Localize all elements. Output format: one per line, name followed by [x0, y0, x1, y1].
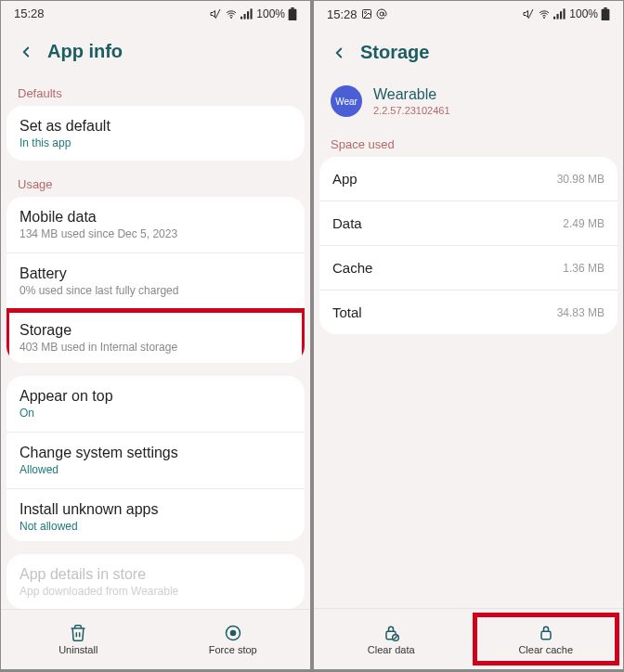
- mute-icon: [522, 8, 535, 19]
- svg-rect-5: [251, 8, 253, 19]
- storage-row[interactable]: Storage 403 MB used in Internal storage: [6, 310, 305, 363]
- other-card: Appear on top On Change system settings …: [6, 376, 305, 542]
- svg-rect-18: [564, 8, 566, 19]
- space-cache-label: Cache: [332, 260, 372, 276]
- svg-line-13: [528, 9, 533, 19]
- appear-on-top-sub: On: [20, 407, 292, 420]
- battery-icon: [601, 7, 610, 20]
- svg-rect-17: [560, 11, 562, 19]
- clock: 15:28: [14, 6, 45, 20]
- section-usage-label: Usage: [1, 174, 310, 197]
- svg-rect-7: [289, 8, 297, 19]
- left-phone-screen: 15:28 100% App info Defaults Set as defa…: [0, 0, 311, 670]
- clear-cache-label: Clear cache: [518, 644, 573, 655]
- svg-rect-20: [602, 9, 610, 20]
- space-app-val: 30.98 MB: [557, 173, 604, 186]
- storage-title: Storage: [20, 322, 292, 339]
- set-default-sub: In this app: [20, 136, 292, 149]
- clear-data-button[interactable]: Clear data: [314, 609, 469, 669]
- svg-point-11: [364, 12, 366, 14]
- battery-title: Battery: [20, 265, 292, 282]
- space-app-label: App: [332, 171, 358, 187]
- signal-icon: [240, 8, 254, 19]
- right-phone-screen: 15:28 100% St: [313, 0, 624, 670]
- screenshot-icon: [361, 8, 372, 19]
- bottom-bar: Clear data Clear cache: [314, 608, 623, 669]
- install-unknown-title: Install unknown apps: [20, 501, 292, 518]
- status-icons: 100%: [209, 7, 297, 20]
- svg-rect-16: [557, 14, 559, 19]
- space-card: App 30.98 MB Data 2.49 MB Cache 1.36 MB …: [319, 157, 618, 334]
- svg-line-0: [215, 9, 220, 19]
- clear-cache-icon: [537, 624, 555, 642]
- space-total-label: Total: [332, 304, 362, 320]
- space-cache-row: Cache 1.36 MB: [319, 246, 618, 291]
- page-header: Storage: [314, 27, 623, 84]
- svg-rect-4: [247, 11, 249, 19]
- appear-on-top-row[interactable]: Appear on top On: [6, 376, 305, 433]
- status-icons: 100%: [522, 7, 610, 20]
- mobile-data-row[interactable]: Mobile data 134 MB used since Dec 5, 202…: [6, 197, 305, 253]
- space-cache-val: 1.36 MB: [563, 262, 604, 275]
- back-icon[interactable]: [331, 45, 347, 61]
- store-sub: App downloaded from Wearable: [20, 585, 292, 598]
- install-unknown-row[interactable]: Install unknown apps Not allowed: [6, 489, 305, 542]
- space-data-val: 2.49 MB: [563, 217, 604, 230]
- battery-percent: 100%: [256, 7, 285, 20]
- uninstall-label: Uninstall: [58, 644, 98, 655]
- battery-sub: 0% used since last fully charged: [20, 284, 292, 297]
- stop-icon: [224, 624, 242, 642]
- svg-point-9: [230, 631, 235, 636]
- set-default-row[interactable]: Set as default In this app: [6, 106, 305, 161]
- force-stop-label: Force stop: [209, 644, 257, 655]
- clock: 15:28: [327, 7, 358, 21]
- app-info: Wearable 2.2.57.23102461: [373, 86, 450, 116]
- svg-point-12: [380, 12, 384, 16]
- usage-card: Mobile data 134 MB used since Dec 5, 202…: [6, 197, 305, 363]
- app-name: Wearable: [373, 86, 450, 103]
- mute-icon: [209, 8, 222, 19]
- clear-cache-button[interactable]: Clear cache: [469, 609, 624, 669]
- wifi-icon: [225, 8, 238, 19]
- signal-icon: [553, 8, 566, 19]
- install-unknown-sub: Not allowed: [20, 520, 292, 533]
- defaults-card: Set as default In this app: [6, 106, 305, 161]
- uninstall-button[interactable]: Uninstall: [1, 610, 156, 669]
- svg-rect-3: [244, 14, 246, 19]
- appear-on-top-title: Appear on top: [20, 388, 292, 405]
- svg-point-1: [231, 17, 232, 18]
- svg-rect-15: [553, 17, 555, 19]
- back-icon[interactable]: [18, 44, 34, 60]
- battery-percent: 100%: [569, 7, 598, 20]
- app-icon: Wear: [331, 85, 362, 117]
- space-data-row: Data 2.49 MB: [319, 201, 618, 246]
- change-system-row[interactable]: Change system settings Allowed: [6, 433, 305, 489]
- app-version: 2.2.57.23102461: [373, 105, 450, 116]
- store-card: App details in store App downloaded from…: [6, 554, 305, 609]
- battery-row[interactable]: Battery 0% used since last fully charged: [6, 253, 305, 310]
- store-title: App details in store: [20, 566, 292, 583]
- section-defaults-label: Defaults: [1, 83, 310, 106]
- clear-data-icon: [382, 624, 400, 642]
- statusbar: 15:28 100%: [1, 1, 310, 26]
- storage-sub: 403 MB used in Internal storage: [20, 341, 292, 354]
- app-details-in-store-row[interactable]: App details in store App downloaded from…: [6, 554, 305, 609]
- section-space-label: Space used: [314, 134, 623, 157]
- clear-data-label: Clear data: [368, 644, 415, 655]
- trash-icon: [69, 624, 87, 642]
- svg-rect-24: [541, 631, 551, 639]
- force-stop-button[interactable]: Force stop: [156, 610, 311, 669]
- at-icon: [376, 8, 387, 19]
- page-title: Storage: [360, 42, 429, 63]
- space-app-row: App 30.98 MB: [319, 157, 618, 201]
- space-total-row: Total 34.83 MB: [319, 291, 618, 334]
- space-total-val: 34.83 MB: [557, 306, 604, 319]
- change-system-sub: Allowed: [20, 463, 292, 476]
- page-header: App info: [1, 26, 310, 83]
- bottom-bar: Uninstall Force stop: [1, 609, 310, 669]
- svg-rect-6: [291, 7, 294, 9]
- mobile-data-sub: 134 MB used since Dec 5, 2023: [20, 227, 292, 240]
- space-data-label: Data: [332, 215, 362, 231]
- set-default-title: Set as default: [20, 118, 292, 135]
- status-left: 15:28: [327, 7, 387, 21]
